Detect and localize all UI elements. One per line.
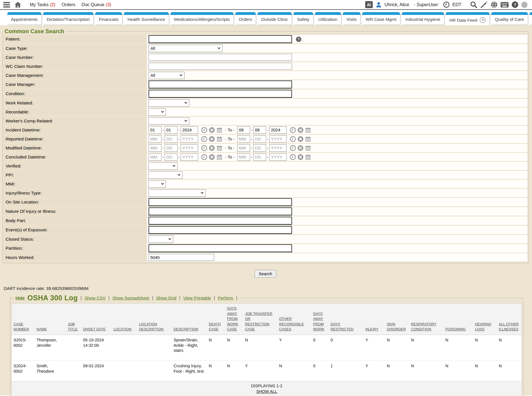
search-button[interactable]: Search xyxy=(255,270,277,278)
on-site-location-input[interactable] xyxy=(149,198,292,206)
clock-icon[interactable] xyxy=(201,127,207,133)
ppi-select[interactable] xyxy=(149,171,183,179)
condition-input[interactable] xyxy=(149,90,292,98)
clock-icon[interactable] xyxy=(201,145,207,151)
topmenu-doc-queue[interactable]: Doc Queue(3) xyxy=(82,2,111,7)
concluded-datetime-to-day-input[interactable] xyxy=(253,153,266,161)
help-icon[interactable]: ? xyxy=(511,1,518,8)
calendar-icon[interactable] xyxy=(305,127,311,133)
topmenu-orders[interactable]: Orders xyxy=(62,2,75,7)
tab-orders[interactable]: Orders xyxy=(235,12,256,24)
calendar-icon[interactable] xyxy=(216,145,223,151)
calendar-icon[interactable] xyxy=(305,154,311,160)
clear-icon[interactable] xyxy=(209,127,215,133)
column-header-hearing-loss[interactable]: HEARING LOSS xyxy=(473,304,497,335)
clock-icon[interactable] xyxy=(201,136,207,142)
show-grid-link[interactable]: Show Grid xyxy=(156,296,176,301)
tab-health-surveillance[interactable]: Health Surveillance xyxy=(124,12,169,24)
clear-icon[interactable] xyxy=(297,145,304,151)
perform-link[interactable]: Perform xyxy=(218,296,233,301)
patient-input[interactable] xyxy=(149,35,292,43)
incident-datetime-to-month-input[interactable] xyxy=(237,126,250,134)
tab-dictation-transcription[interactable]: Dictation/Transcription xyxy=(43,12,94,24)
tab-medications-allergies-scripts[interactable]: Medications/Allergies/Scripts xyxy=(170,12,234,24)
column-header-days-away-from-work-case[interactable]: DAYS AWAY FROM WORK CASE xyxy=(225,304,243,335)
wc-claim-number-input[interactable] xyxy=(149,63,292,70)
reported-datetime-from-month-input[interactable] xyxy=(149,135,161,143)
tab-industrial-hygiene[interactable]: Industrial Hygiene xyxy=(402,12,444,24)
tab-wr-case-mgmt[interactable]: WR Case Mgmt xyxy=(362,12,400,24)
incident-datetime-from-day-input[interactable] xyxy=(165,126,178,134)
column-header-days-restricted[interactable]: DAYS RESTRICTED xyxy=(329,304,364,335)
help-icon[interactable]: ? xyxy=(296,36,302,42)
tab-executive[interactable]: Executive xyxy=(529,12,532,24)
case-type-select[interactable]: All xyxy=(149,45,223,52)
ai-badge[interactable]: AI xyxy=(365,1,373,8)
column-header-death-case[interactable]: DEATH CASE xyxy=(207,304,225,335)
closed-status-select[interactable] xyxy=(149,236,173,243)
column-header-job-transfer-or-restriction-case[interactable]: JOB TRANSFER OR RESTRICTION CASE xyxy=(243,304,277,335)
case-manager-input[interactable] xyxy=(149,80,292,88)
column-header-onset-date[interactable]: ONSET DATE xyxy=(81,304,112,335)
clear-icon[interactable] xyxy=(297,154,304,160)
column-header-job-title[interactable]: JOB TITLE xyxy=(66,304,81,335)
mmi-select[interactable] xyxy=(149,180,166,188)
concluded-datetime-from-month-input[interactable] xyxy=(149,153,161,161)
incident-datetime-to-year-input[interactable] xyxy=(269,126,287,134)
column-header-location-description[interactable]: LOCATION DESCRIPTION xyxy=(137,304,172,335)
worker-s-comp-related-select[interactable] xyxy=(149,117,189,125)
keyboard-icon[interactable] xyxy=(500,2,509,8)
tab-quality-of-care[interactable]: Quality of Care xyxy=(491,12,527,24)
modified-datetime-from-day-input[interactable] xyxy=(165,144,178,152)
calendar-icon[interactable] xyxy=(216,154,223,160)
calendar-icon[interactable] xyxy=(305,145,311,151)
clear-icon[interactable] xyxy=(209,154,215,160)
column-header-case-number[interactable]: CASE NUMBER xyxy=(12,304,35,335)
column-header-respiratory-condition[interactable]: RESPIRATORY CONDITION xyxy=(409,304,444,335)
tab-financials[interactable]: Financials xyxy=(95,12,122,24)
reported-datetime-to-day-input[interactable] xyxy=(253,135,266,143)
reported-datetime-to-year-input[interactable] xyxy=(269,135,287,143)
modified-datetime-to-year-input[interactable] xyxy=(269,144,287,152)
modified-datetime-to-month-input[interactable] xyxy=(237,144,250,152)
wand-icon[interactable] xyxy=(480,1,488,8)
concluded-datetime-from-year-input[interactable] xyxy=(181,153,198,161)
hide-link[interactable]: Hide xyxy=(15,296,25,300)
home-icon[interactable] xyxy=(14,1,21,8)
reported-datetime-to-month-input[interactable] xyxy=(237,135,250,143)
clear-icon[interactable] xyxy=(297,136,304,142)
case-management-select[interactable]: All xyxy=(149,72,185,79)
work-related-select[interactable] xyxy=(149,99,189,107)
column-header-other-recordable-cases[interactable]: OTHER RECORDABLE CASES xyxy=(277,304,311,335)
tab-appointments[interactable]: Appointments xyxy=(7,12,41,24)
clock-icon[interactable] xyxy=(443,1,450,8)
column-header-name[interactable]: NAME xyxy=(35,304,66,335)
clear-icon[interactable] xyxy=(209,136,215,142)
concluded-datetime-to-year-input[interactable] xyxy=(269,153,287,161)
event-s-of-exposure-input[interactable] xyxy=(149,226,292,234)
clock-icon[interactable] xyxy=(290,145,296,151)
show-spreadsheet-link[interactable]: Show Spreadsheet xyxy=(113,296,149,301)
reported-datetime-from-day-input[interactable] xyxy=(165,135,178,143)
calendar-icon[interactable] xyxy=(216,136,223,142)
concluded-datetime-to-month-input[interactable] xyxy=(237,153,250,161)
view-printable-link[interactable]: View Printable xyxy=(183,296,211,301)
incident-datetime-from-year-input[interactable] xyxy=(181,126,198,134)
column-header-poisoning[interactable]: POISONING xyxy=(444,304,473,335)
clock-icon[interactable] xyxy=(290,154,296,160)
search-icon[interactable] xyxy=(470,1,477,8)
tab-safety[interactable]: Safety xyxy=(293,12,313,24)
recordable-select[interactable] xyxy=(149,108,166,116)
tab-hr-data-feed[interactable]: HR Data Feed xyxy=(446,12,490,25)
calendar-icon[interactable] xyxy=(305,136,311,142)
partition-input[interactable] xyxy=(149,244,292,252)
hamburger-menu-icon[interactable] xyxy=(3,2,10,8)
modified-datetime-from-year-input[interactable] xyxy=(181,144,198,152)
show-all-link[interactable]: SHOW ALL xyxy=(256,389,277,394)
reported-datetime-from-year-input[interactable] xyxy=(181,135,198,143)
modified-datetime-to-day-input[interactable] xyxy=(253,144,266,152)
column-header-description[interactable]: DESCRIPTION xyxy=(172,304,207,335)
external-link-icon[interactable] xyxy=(479,17,486,23)
clock-icon[interactable] xyxy=(290,127,296,133)
case-number-input[interactable] xyxy=(149,54,292,61)
